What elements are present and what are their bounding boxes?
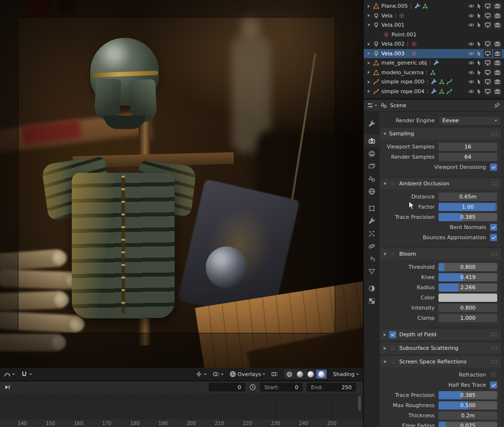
ssr-edge-fading-slider[interactable]: 0.075: [439, 422, 497, 427]
object-name[interactable]: Vela.001: [381, 22, 405, 28]
disable-in-renders-button[interactable]: [493, 12, 502, 19]
ao-distance-field[interactable]: 0.65m: [439, 193, 497, 201]
ambient-occlusion-checkbox[interactable]: [389, 180, 396, 187]
hide-in-viewport-eye-icon[interactable]: [468, 22, 474, 28]
hide-in-viewport-eye-icon[interactable]: [468, 50, 474, 57]
outliner-editor[interactable]: Plane.005 Vela: [364, 0, 504, 99]
tab-output[interactable]: [364, 147, 379, 160]
object-name[interactable]: Vela.002: [381, 41, 405, 47]
panel-grip[interactable]: [491, 360, 498, 364]
shading-dropdown[interactable]: Shading: [333, 371, 359, 378]
tab-world[interactable]: [364, 185, 379, 197]
tab-tool[interactable]: [364, 117, 379, 130]
object-name[interactable]: male_generic.obj: [381, 60, 427, 66]
selectable-pointer-icon[interactable]: [476, 69, 482, 76]
selectable-pointer-icon[interactable]: [476, 3, 482, 9]
show-gizmos-dropdown[interactable]: [195, 371, 207, 378]
panel-grip[interactable]: [491, 346, 498, 350]
collapse-arrow-icon[interactable]: [368, 24, 371, 26]
disable-in-viewports-button[interactable]: [484, 87, 492, 95]
object-name[interactable]: simple rope.000: [381, 79, 424, 85]
object-name[interactable]: modelo_lucerna: [381, 69, 423, 76]
panel-grip[interactable]: [491, 131, 498, 136]
bloom-threshold-slider[interactable]: 0.800: [439, 263, 497, 271]
outliner-row-vela[interactable]: Vela: [364, 11, 504, 21]
outliner-row-point001[interactable]: Point.001: [364, 30, 504, 40]
object-name[interactable]: Vela.003: [381, 50, 405, 57]
expand-arrow-icon[interactable]: [368, 62, 370, 65]
subsurface-scattering-checkbox[interactable]: [389, 345, 396, 352]
depth-of-field-checkbox[interactable]: [389, 331, 396, 338]
subsurface-scattering-panel-header[interactable]: Subsurface Scattering: [380, 343, 501, 354]
tab-render[interactable]: [364, 134, 379, 147]
disable-in-renders-button[interactable]: [493, 59, 502, 67]
selectable-pointer-icon[interactable]: [476, 22, 482, 28]
outliner-row-modelo-lucerna[interactable]: modelo_lucerna: [364, 68, 504, 78]
disable-in-viewports-button[interactable]: [484, 21, 492, 29]
ao-factor-slider[interactable]: 1.00: [439, 203, 497, 211]
bloom-intensity-field[interactable]: 0.800: [439, 304, 497, 312]
hide-in-viewport-eye-icon[interactable]: [468, 60, 474, 66]
hide-in-viewport-eye-icon[interactable]: [468, 79, 474, 85]
disable-in-renders-button[interactable]: [493, 40, 502, 48]
expand-arrow-icon[interactable]: [368, 14, 370, 17]
bounces-approximation-checkbox[interactable]: [490, 234, 497, 241]
jump-to-endpoint-button[interactable]: [4, 384, 11, 391]
disable-in-renders-button[interactable]: [493, 49, 502, 57]
expand-arrow-icon[interactable]: [368, 71, 370, 74]
disable-in-viewports-button[interactable]: [484, 59, 492, 67]
selectable-pointer-icon[interactable]: [476, 41, 482, 47]
half-res-trace-checkbox[interactable]: [490, 381, 497, 389]
bloom-knee-slider[interactable]: 0.419: [439, 273, 497, 281]
disable-in-viewports-button[interactable]: [484, 12, 492, 19]
hide-in-viewport-eye-icon[interactable]: [468, 3, 474, 9]
ssr-thickness-field[interactable]: 0.2m: [439, 411, 497, 420]
depth-of-field-panel-header[interactable]: Depth of Field: [380, 329, 501, 340]
selectable-pointer-icon[interactable]: [476, 50, 482, 57]
ambient-occlusion-panel-header[interactable]: Ambient Occlusion: [380, 178, 501, 189]
outliner-row-simple-rope-000[interactable]: simple rope.000: [364, 77, 504, 87]
3d-viewport[interactable]: Overlays Shading: [0, 0, 363, 380]
hide-in-viewport-eye-icon[interactable]: [468, 13, 474, 19]
disable-in-viewports-button[interactable]: [484, 49, 492, 57]
disable-in-renders-button[interactable]: [493, 78, 502, 86]
outliner-row-male-generic[interactable]: male_generic.obj: [364, 58, 504, 68]
visibility-options-dropdown[interactable]: [212, 371, 224, 378]
sampling-panel-header[interactable]: Sampling: [380, 128, 501, 139]
disable-in-renders-button[interactable]: [493, 21, 502, 29]
outliner-row-plane005[interactable]: Plane.005: [364, 1, 504, 11]
disable-in-viewports-button[interactable]: [484, 2, 492, 10]
render-engine-dropdown[interactable]: Eevee: [439, 116, 501, 126]
selectable-pointer-icon[interactable]: [476, 60, 482, 66]
tab-material[interactable]: [364, 282, 379, 295]
disable-in-viewports-button[interactable]: [484, 68, 492, 76]
bloom-panel-header[interactable]: Bloom: [380, 248, 501, 260]
disable-in-renders-button[interactable]: [493, 68, 502, 76]
bloom-radius-slider[interactable]: 2.266: [439, 283, 497, 292]
tab-object-data[interactable]: [364, 265, 379, 278]
bent-normals-checkbox[interactable]: [490, 224, 497, 231]
expand-arrow-icon[interactable]: [368, 90, 370, 93]
selectable-pointer-icon[interactable]: [476, 13, 482, 19]
screen-space-reflections-checkbox[interactable]: [389, 358, 396, 365]
xray-toggle[interactable]: [271, 371, 278, 378]
ssr-max-roughness-slider[interactable]: 0.500: [439, 401, 497, 410]
tab-view-layer[interactable]: [364, 160, 379, 172]
end-frame-field[interactable]: End: 250: [307, 383, 356, 392]
refraction-checkbox[interactable]: [490, 371, 497, 378]
disable-in-viewports-button[interactable]: [484, 40, 492, 48]
tab-texture[interactable]: [364, 295, 379, 307]
ao-trace-precision-slider[interactable]: 0.385: [439, 213, 497, 221]
snapping-dropdown[interactable]: [21, 371, 32, 378]
selectable-pointer-icon[interactable]: [476, 79, 482, 85]
tab-constraints[interactable]: [364, 252, 379, 265]
outliner-row-simple-rope-004[interactable]: simple rope.004: [364, 87, 504, 97]
shading-rendered-button[interactable]: [316, 370, 326, 378]
viewport-denoising-checkbox[interactable]: [490, 164, 497, 171]
object-name[interactable]: Vela: [381, 13, 392, 19]
panel-grip[interactable]: [491, 252, 498, 256]
pin-icon[interactable]: [493, 102, 500, 109]
bloom-clamp-field[interactable]: 1.000: [439, 314, 497, 322]
object-name[interactable]: Plane.005: [381, 3, 408, 9]
tab-object[interactable]: [364, 202, 379, 214]
